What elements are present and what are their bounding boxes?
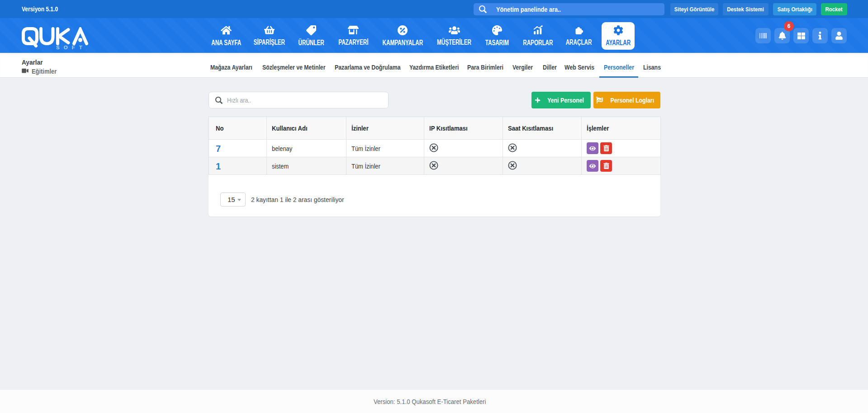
svg-text:SOFT: SOFT <box>56 45 86 50</box>
